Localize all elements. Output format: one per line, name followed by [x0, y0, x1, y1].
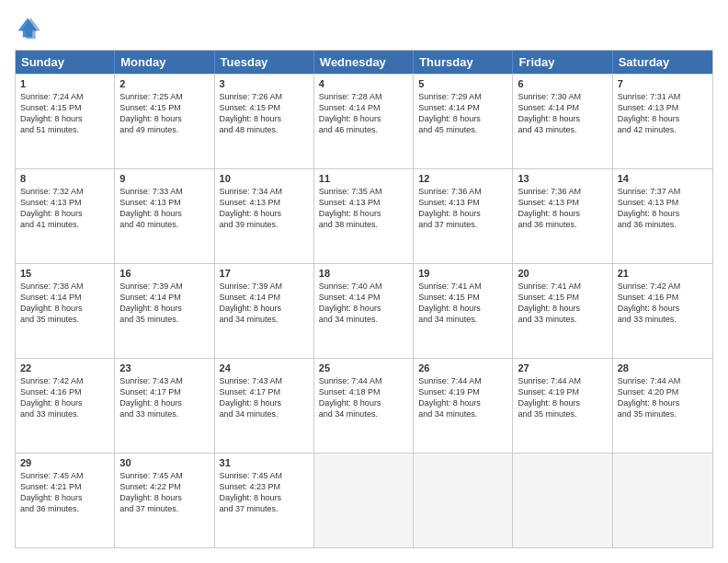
day-info: Sunrise: 7:45 AM Sunset: 4:22 PM Dayligh…	[119, 470, 209, 515]
calendar-row-1: 1Sunrise: 7:24 AM Sunset: 4:15 PM Daylig…	[16, 74, 712, 168]
day-cell-10: 10Sunrise: 7:34 AM Sunset: 4:13 PM Dayli…	[215, 169, 314, 263]
day-number: 19	[418, 268, 507, 279]
day-cell-1: 1Sunrise: 7:24 AM Sunset: 4:15 PM Daylig…	[16, 75, 115, 168]
empty-cell	[513, 454, 612, 547]
day-number: 26	[418, 362, 507, 373]
day-cell-11: 11Sunrise: 7:35 AM Sunset: 4:13 PM Dayli…	[314, 169, 414, 263]
calendar-row-3: 15Sunrise: 7:38 AM Sunset: 4:14 PM Dayli…	[16, 263, 712, 358]
day-number: 14	[618, 173, 708, 184]
day-number: 28	[618, 362, 708, 373]
day-cell-7: 7Sunrise: 7:31 AM Sunset: 4:13 PM Daylig…	[613, 75, 712, 168]
day-number: 8	[20, 173, 109, 184]
day-info: Sunrise: 7:44 AM Sunset: 4:20 PM Dayligh…	[618, 375, 708, 420]
day-info: Sunrise: 7:45 AM Sunset: 4:21 PM Dayligh…	[20, 470, 109, 515]
day-info: Sunrise: 7:45 AM Sunset: 4:23 PM Dayligh…	[220, 470, 309, 515]
day-cell-15: 15Sunrise: 7:38 AM Sunset: 4:14 PM Dayli…	[16, 264, 115, 358]
day-info: Sunrise: 7:37 AM Sunset: 4:13 PM Dayligh…	[618, 186, 708, 231]
day-cell-3: 3Sunrise: 7:26 AM Sunset: 4:15 PM Daylig…	[215, 75, 314, 168]
day-cell-14: 14Sunrise: 7:37 AM Sunset: 4:13 PM Dayli…	[613, 169, 712, 263]
day-info: Sunrise: 7:39 AM Sunset: 4:14 PM Dayligh…	[220, 281, 309, 326]
calendar-body: 1Sunrise: 7:24 AM Sunset: 4:15 PM Daylig…	[16, 74, 712, 547]
day-cell-21: 21Sunrise: 7:42 AM Sunset: 4:16 PM Dayli…	[613, 264, 712, 358]
day-cell-2: 2Sunrise: 7:25 AM Sunset: 4:15 PM Daylig…	[115, 75, 214, 168]
day-cell-5: 5Sunrise: 7:29 AM Sunset: 4:14 PM Daylig…	[414, 75, 513, 168]
header-day-saturday: Saturday	[613, 51, 712, 74]
day-cell-28: 28Sunrise: 7:44 AM Sunset: 4:20 PM Dayli…	[613, 359, 712, 453]
day-number: 3	[220, 78, 309, 89]
day-info: Sunrise: 7:31 AM Sunset: 4:13 PM Dayligh…	[618, 91, 708, 136]
day-info: Sunrise: 7:29 AM Sunset: 4:14 PM Dayligh…	[418, 91, 507, 136]
header-day-sunday: Sunday	[16, 51, 115, 74]
day-number: 4	[319, 78, 408, 89]
day-info: Sunrise: 7:36 AM Sunset: 4:13 PM Dayligh…	[418, 186, 507, 231]
day-cell-16: 16Sunrise: 7:39 AM Sunset: 4:14 PM Dayli…	[115, 264, 214, 358]
day-number: 25	[319, 362, 408, 373]
day-number: 1	[20, 78, 109, 89]
day-number: 24	[220, 362, 309, 373]
day-cell-29: 29Sunrise: 7:45 AM Sunset: 4:21 PM Dayli…	[16, 454, 115, 547]
day-info: Sunrise: 7:35 AM Sunset: 4:13 PM Dayligh…	[319, 186, 408, 231]
day-number: 16	[119, 268, 209, 279]
day-number: 2	[119, 78, 209, 89]
day-info: Sunrise: 7:26 AM Sunset: 4:15 PM Dayligh…	[220, 91, 309, 136]
day-info: Sunrise: 7:33 AM Sunset: 4:13 PM Dayligh…	[119, 186, 209, 231]
day-number: 13	[518, 173, 607, 184]
logo-icon	[15, 15, 40, 40]
day-number: 22	[20, 362, 109, 373]
day-info: Sunrise: 7:43 AM Sunset: 4:17 PM Dayligh…	[220, 375, 309, 420]
day-number: 20	[518, 268, 607, 279]
day-cell-4: 4Sunrise: 7:28 AM Sunset: 4:14 PM Daylig…	[314, 75, 414, 168]
header-day-wednesday: Wednesday	[314, 51, 414, 74]
day-number: 17	[220, 268, 309, 279]
empty-cell	[414, 454, 513, 547]
day-cell-17: 17Sunrise: 7:39 AM Sunset: 4:14 PM Dayli…	[215, 264, 314, 358]
day-cell-8: 8Sunrise: 7:32 AM Sunset: 4:13 PM Daylig…	[16, 169, 115, 263]
day-cell-31: 31Sunrise: 7:45 AM Sunset: 4:23 PM Dayli…	[215, 454, 314, 547]
day-info: Sunrise: 7:38 AM Sunset: 4:14 PM Dayligh…	[20, 281, 109, 326]
calendar-header: SundayMondayTuesdayWednesdayThursdayFrid…	[16, 51, 712, 74]
day-info: Sunrise: 7:40 AM Sunset: 4:14 PM Dayligh…	[319, 281, 408, 326]
calendar-row-5: 29Sunrise: 7:45 AM Sunset: 4:21 PM Dayli…	[16, 453, 712, 547]
day-number: 27	[518, 362, 607, 373]
day-info: Sunrise: 7:36 AM Sunset: 4:13 PM Dayligh…	[518, 186, 607, 231]
day-info: Sunrise: 7:41 AM Sunset: 4:15 PM Dayligh…	[518, 281, 607, 326]
header-day-thursday: Thursday	[414, 51, 513, 74]
day-cell-24: 24Sunrise: 7:43 AM Sunset: 4:17 PM Dayli…	[215, 359, 314, 453]
header-day-friday: Friday	[513, 51, 612, 74]
day-number: 31	[220, 457, 309, 468]
day-cell-22: 22Sunrise: 7:42 AM Sunset: 4:16 PM Dayli…	[16, 359, 115, 453]
day-info: Sunrise: 7:41 AM Sunset: 4:15 PM Dayligh…	[418, 281, 507, 326]
day-info: Sunrise: 7:43 AM Sunset: 4:17 PM Dayligh…	[119, 375, 209, 420]
day-cell-12: 12Sunrise: 7:36 AM Sunset: 4:13 PM Dayli…	[414, 169, 513, 263]
day-info: Sunrise: 7:28 AM Sunset: 4:14 PM Dayligh…	[319, 91, 408, 136]
day-number: 6	[518, 78, 607, 89]
day-info: Sunrise: 7:44 AM Sunset: 4:18 PM Dayligh…	[319, 375, 408, 420]
day-info: Sunrise: 7:34 AM Sunset: 4:13 PM Dayligh…	[220, 186, 309, 231]
empty-cell	[613, 454, 712, 547]
day-cell-23: 23Sunrise: 7:43 AM Sunset: 4:17 PM Dayli…	[115, 359, 214, 453]
day-cell-13: 13Sunrise: 7:36 AM Sunset: 4:13 PM Dayli…	[513, 169, 612, 263]
calendar-row-4: 22Sunrise: 7:42 AM Sunset: 4:16 PM Dayli…	[16, 358, 712, 453]
header-day-monday: Monday	[115, 51, 214, 74]
day-number: 29	[20, 457, 109, 468]
day-number: 5	[418, 78, 507, 89]
logo	[15, 15, 44, 40]
day-info: Sunrise: 7:44 AM Sunset: 4:19 PM Dayligh…	[518, 375, 607, 420]
day-number: 30	[119, 457, 209, 468]
day-number: 18	[319, 268, 408, 279]
calendar-row-2: 8Sunrise: 7:32 AM Sunset: 4:13 PM Daylig…	[16, 168, 712, 263]
day-info: Sunrise: 7:25 AM Sunset: 4:15 PM Dayligh…	[119, 91, 209, 136]
day-cell-18: 18Sunrise: 7:40 AM Sunset: 4:14 PM Dayli…	[314, 264, 414, 358]
day-info: Sunrise: 7:39 AM Sunset: 4:14 PM Dayligh…	[119, 281, 209, 326]
day-cell-20: 20Sunrise: 7:41 AM Sunset: 4:15 PM Dayli…	[513, 264, 612, 358]
empty-cell	[314, 454, 414, 547]
day-number: 12	[418, 173, 507, 184]
day-number: 10	[220, 173, 309, 184]
day-cell-30: 30Sunrise: 7:45 AM Sunset: 4:22 PM Dayli…	[115, 454, 214, 547]
day-info: Sunrise: 7:42 AM Sunset: 4:16 PM Dayligh…	[20, 375, 109, 420]
day-info: Sunrise: 7:30 AM Sunset: 4:14 PM Dayligh…	[518, 91, 607, 136]
day-cell-27: 27Sunrise: 7:44 AM Sunset: 4:19 PM Dayli…	[513, 359, 612, 453]
day-number: 23	[119, 362, 209, 373]
day-cell-25: 25Sunrise: 7:44 AM Sunset: 4:18 PM Dayli…	[314, 359, 414, 453]
day-info: Sunrise: 7:44 AM Sunset: 4:19 PM Dayligh…	[418, 375, 507, 420]
